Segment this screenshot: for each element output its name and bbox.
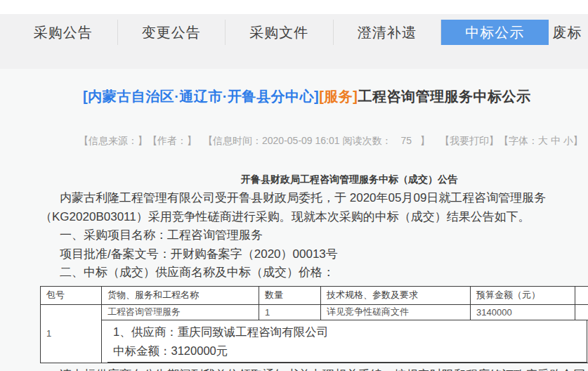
footer-notice-line: 请中标供应商在公告期间到我单位领取通知书并办理相关手续，按规定时限和程序签订政府… xyxy=(40,366,588,371)
meta-author: 【作者：】 xyxy=(148,135,197,146)
article-meta-bar: 【信息来源：】【作者：】【信息时间：2020-05-09 16:01 阅读次数：… xyxy=(0,134,588,148)
meta-time: 【信息时间：2020-05-09 16:01 阅读次数： xyxy=(203,135,391,146)
tab-label: 变更公告 xyxy=(142,23,201,42)
cell-quantity: 1 xyxy=(259,304,321,320)
result-table: 包号 货物、服务和工程名称 数量 技术规格、参数及要求 预算金额（元） 1 工程… xyxy=(40,286,588,363)
header-spec: 技术规格、参数及要求 xyxy=(321,286,471,304)
cell-spec: 详见竞争性磋商文件 xyxy=(321,304,471,320)
approval-number-line: 项目批准/备案文号：开财购备案字（2020）00013号 xyxy=(40,245,588,264)
tab-label: 采购文件 xyxy=(249,23,308,42)
top-whitespace xyxy=(0,0,588,14)
tab-change-notice[interactable]: 变更公告 xyxy=(117,20,226,45)
project-name-line: 一、采购项目名称：工程咨询管理服务 xyxy=(40,226,588,245)
tab-award-announcement-active[interactable]: 中标公示 xyxy=(440,20,549,45)
header-clipped xyxy=(575,286,588,304)
font-size-link[interactable]: 【字体：大 中 小】 xyxy=(499,135,583,146)
table-row: 1、供应商：重庆同致诚工程咨询有限公司 中标金额：3120000元 xyxy=(41,320,588,363)
table-row: 1 工程咨询管理服务 1 详见竞争性磋商文件 3140000 xyxy=(41,304,588,320)
tab-cancelled-bid[interactable]: 废标 xyxy=(549,20,588,45)
tab-label: 中标公示 xyxy=(465,23,524,42)
print-link[interactable]: 【我要打印】 xyxy=(440,135,499,146)
paragraph-line: （KG2020B03011）采用竞争性磋商进行采购。现就本次采购的中标（成交）结… xyxy=(40,208,588,227)
announcement-heading: 开鲁县财政局工程咨询管理服务中标（成交）公告 xyxy=(40,173,588,186)
tab-procurement-notice[interactable]: 采购公告 xyxy=(9,20,117,45)
table-header-row: 包号 货物、服务和工程名称 数量 技术规格、参数及要求 预算金额（元） xyxy=(41,286,588,304)
cell-goods-name: 工程咨询管理服务 xyxy=(102,304,259,320)
article-body: 开鲁县财政局工程咨询管理服务中标（成交）公告 内蒙古利隆工程管理有限公司受开鲁县… xyxy=(40,173,588,371)
header-goods-name: 货物、服务和工程名称 xyxy=(102,286,259,304)
winner-section-line: 二、中标（成交）供应商名称及中标（成交）价格： xyxy=(40,263,588,282)
paragraph-line: 内蒙古利隆工程管理有限公司受开鲁县财政局委托，于 2020年05月09日就工程咨… xyxy=(40,189,588,208)
title-region-segment: [内蒙古自治区·通辽市·开鲁县分中心] xyxy=(83,89,319,104)
cell-package-number: 1 xyxy=(41,304,102,363)
tab-procurement-document[interactable]: 采购文件 xyxy=(225,20,333,45)
meta-close-bracket: 】 xyxy=(420,135,430,146)
tab-clarification[interactable]: 澄清补遗 xyxy=(333,20,441,45)
meta-source: 【信息来源：】 xyxy=(79,135,148,146)
page-title: [内蒙古自治区·通辽市·开鲁县分中心][服务]工程咨询管理服务中标公示 xyxy=(0,86,588,107)
cell-supplier-wrap: 1、供应商：重庆同致诚工程咨询有限公司 中标金额：3120000元 xyxy=(102,320,588,363)
header-budget: 预算金额（元） xyxy=(471,286,575,304)
title-category-segment: [服务] xyxy=(319,89,358,104)
header-package: 包号 xyxy=(41,286,102,304)
tab-label: 废标 xyxy=(553,23,582,42)
cell-budget: 3140000 xyxy=(471,304,575,320)
header-quantity: 数量 xyxy=(259,286,321,304)
tab-label: 采购公告 xyxy=(34,23,93,42)
award-amount-line: 中标金额：3120000元 xyxy=(113,341,587,360)
meta-read-count: 75 xyxy=(400,135,412,146)
cell-clipped xyxy=(575,304,588,320)
category-tab-bar: 采购公告 变更公告 采购文件 澄清补遗 中标公示 废标 xyxy=(0,14,588,69)
tab-label: 澄清补遗 xyxy=(358,23,417,42)
supplier-cell: 1、供应商：重庆同致诚工程咨询有限公司 中标金额：3120000元 xyxy=(107,320,587,363)
tab-row: 采购公告 变更公告 采购文件 澄清补遗 中标公示 废标 xyxy=(9,20,588,45)
supplier-name-line: 1、供应商：重庆同致诚工程咨询有限公司 xyxy=(113,323,587,341)
title-text-segment: 工程咨询管理服务中标公示 xyxy=(358,89,530,104)
